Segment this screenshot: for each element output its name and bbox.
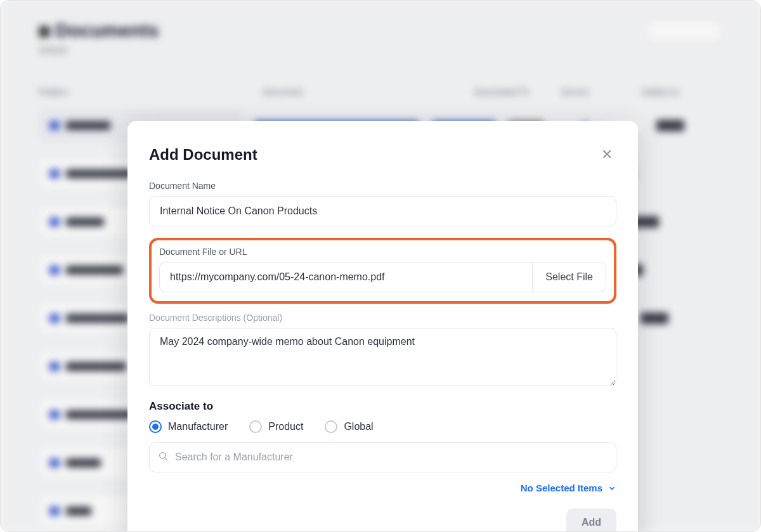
associate-search-input[interactable]	[149, 442, 616, 472]
close-icon: ✕	[601, 146, 613, 162]
add-document-modal: Add Document ✕ Document Name Document Fi…	[127, 121, 638, 532]
associate-radio-group: Manufacturer Product Global	[149, 420, 616, 433]
no-selected-items-toggle[interactable]: No Selected Items	[149, 483, 616, 493]
document-description-label: Document Descriptions (Optional)	[149, 313, 616, 323]
document-file-input[interactable]	[159, 262, 532, 292]
search-icon	[158, 451, 168, 464]
associate-title: Associate to	[149, 400, 616, 413]
radio-icon	[249, 420, 262, 433]
radio-product[interactable]: Product	[249, 420, 303, 433]
no-selected-items-label: No Selected Items	[521, 483, 602, 493]
radio-manufacturer[interactable]: Manufacturer	[149, 420, 228, 433]
svg-point-0	[160, 453, 166, 458]
document-name-field: Document Name	[149, 181, 616, 226]
radio-manufacturer-label: Manufacturer	[168, 421, 228, 432]
svg-line-1	[165, 458, 167, 460]
radio-product-label: Product	[268, 421, 303, 432]
document-description-field: Document Descriptions (Optional)	[149, 313, 616, 389]
select-file-button[interactable]: Select File	[532, 262, 606, 292]
close-button[interactable]: ✕	[597, 144, 616, 165]
document-file-highlight: Document File or URL Select File	[149, 238, 616, 304]
radio-global[interactable]: Global	[325, 420, 373, 433]
modal-title: Add Document	[149, 146, 257, 164]
associate-search-wrap	[149, 442, 616, 472]
document-file-label: Document File or URL	[159, 247, 606, 257]
document-name-label: Document Name	[149, 181, 616, 191]
add-button[interactable]: Add	[566, 509, 616, 532]
radio-icon	[325, 420, 337, 433]
document-description-input[interactable]	[149, 328, 616, 386]
document-name-input[interactable]	[149, 196, 616, 226]
chevron-down-icon	[608, 484, 616, 493]
radio-icon	[149, 420, 162, 433]
radio-global-label: Global	[344, 421, 373, 432]
